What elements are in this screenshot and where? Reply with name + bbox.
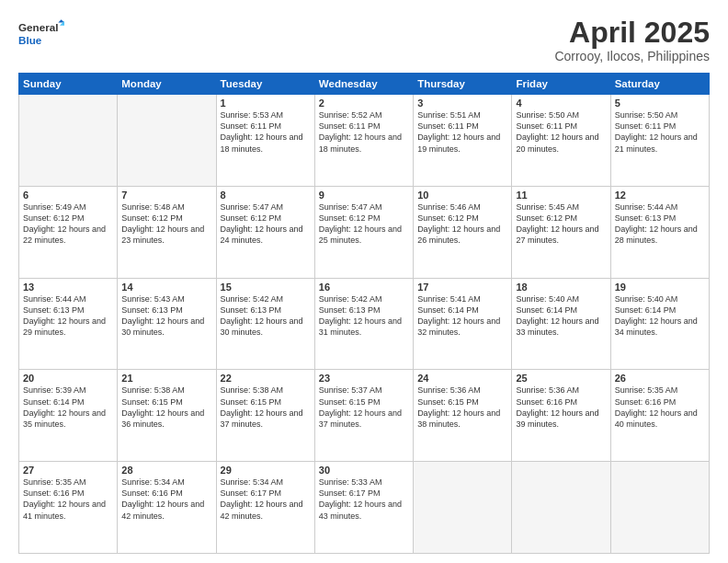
day-number: 14 — [121, 282, 211, 293]
svg-text:General: General — [18, 22, 58, 34]
day-number: 30 — [319, 465, 409, 476]
day-info: Sunrise: 5:47 AM Sunset: 6:12 PM Dayligh… — [221, 201, 311, 247]
table-row: 27Sunrise: 5:35 AM Sunset: 6:16 PM Dayli… — [19, 462, 118, 554]
day-info: Sunrise: 5:35 AM Sunset: 6:16 PM Dayligh… — [615, 385, 705, 430]
table-row: 9Sunrise: 5:47 AM Sunset: 6:12 PM Daylig… — [314, 186, 413, 278]
day-info: Sunrise: 5:46 AM Sunset: 6:12 PM Dayligh… — [417, 201, 507, 247]
calendar-week-row: 6Sunrise: 5:49 AM Sunset: 6:12 PM Daylig… — [19, 186, 710, 278]
calendar-week-row: 20Sunrise: 5:39 AM Sunset: 6:14 PM Dayli… — [19, 370, 710, 462]
day-number: 10 — [417, 190, 507, 201]
col-friday: Friday — [512, 74, 610, 95]
logo: General Blue — [18, 17, 64, 52]
logo-svg: General Blue — [18, 17, 64, 52]
table-row: 18Sunrise: 5:40 AM Sunset: 6:14 PM Dayli… — [512, 278, 610, 370]
day-number: 22 — [221, 373, 311, 384]
day-info: Sunrise: 5:48 AM Sunset: 6:12 PM Dayligh… — [121, 201, 211, 247]
calendar-week-row: 27Sunrise: 5:35 AM Sunset: 6:16 PM Dayli… — [19, 462, 710, 554]
day-number: 28 — [121, 465, 211, 476]
col-sunday: Sunday — [19, 74, 118, 95]
day-info: Sunrise: 5:40 AM Sunset: 6:14 PM Dayligh… — [615, 293, 705, 339]
day-info: Sunrise: 5:36 AM Sunset: 6:15 PM Dayligh… — [417, 385, 507, 430]
page: General Blue April 2025 Corrooy, Ilocos,… — [0, 0, 728, 563]
title-block: April 2025 Corrooy, Ilocos, Philippines — [554, 17, 710, 63]
month-title: April 2025 — [554, 17, 710, 49]
day-info: Sunrise: 5:51 AM Sunset: 6:11 PM Dayligh… — [417, 109, 507, 155]
day-number: 9 — [319, 190, 409, 201]
table-row: 26Sunrise: 5:35 AM Sunset: 6:16 PM Dayli… — [610, 370, 709, 462]
table-row: 25Sunrise: 5:36 AM Sunset: 6:16 PM Dayli… — [512, 370, 610, 462]
calendar-table: Sunday Monday Tuesday Wednesday Thursday… — [18, 73, 710, 554]
day-number: 21 — [121, 373, 211, 384]
table-row — [118, 95, 216, 187]
day-number: 11 — [516, 190, 606, 201]
day-number: 6 — [23, 190, 113, 201]
calendar-week-row: 1Sunrise: 5:53 AM Sunset: 6:11 PM Daylig… — [19, 95, 710, 187]
day-info: Sunrise: 5:38 AM Sunset: 6:15 PM Dayligh… — [121, 385, 211, 430]
table-row: 24Sunrise: 5:36 AM Sunset: 6:15 PM Dayli… — [414, 370, 512, 462]
day-info: Sunrise: 5:37 AM Sunset: 6:15 PM Dayligh… — [319, 385, 409, 430]
table-row: 4Sunrise: 5:50 AM Sunset: 6:11 PM Daylig… — [512, 95, 610, 187]
day-number: 13 — [23, 282, 113, 293]
day-info: Sunrise: 5:53 AM Sunset: 6:11 PM Dayligh… — [221, 109, 311, 155]
day-info: Sunrise: 5:52 AM Sunset: 6:11 PM Dayligh… — [319, 109, 409, 155]
table-row: 21Sunrise: 5:38 AM Sunset: 6:15 PM Dayli… — [118, 370, 216, 462]
table-row: 20Sunrise: 5:39 AM Sunset: 6:14 PM Dayli… — [19, 370, 118, 462]
col-monday: Monday — [118, 74, 216, 95]
day-info: Sunrise: 5:39 AM Sunset: 6:14 PM Dayligh… — [23, 385, 113, 430]
day-number: 4 — [516, 98, 606, 109]
col-saturday: Saturday — [610, 74, 709, 95]
table-row — [610, 462, 709, 554]
day-number: 19 — [615, 282, 705, 293]
col-thursday: Thursday — [414, 74, 512, 95]
col-wednesday: Wednesday — [314, 74, 413, 95]
day-info: Sunrise: 5:42 AM Sunset: 6:13 PM Dayligh… — [319, 293, 409, 339]
col-tuesday: Tuesday — [216, 74, 314, 95]
day-info: Sunrise: 5:41 AM Sunset: 6:14 PM Dayligh… — [417, 293, 507, 339]
day-number: 25 — [516, 373, 606, 384]
day-info: Sunrise: 5:44 AM Sunset: 6:13 PM Dayligh… — [23, 293, 113, 339]
day-number: 23 — [319, 373, 409, 384]
day-number: 2 — [319, 98, 409, 109]
day-number: 1 — [221, 98, 311, 109]
table-row: 19Sunrise: 5:40 AM Sunset: 6:14 PM Dayli… — [610, 278, 709, 370]
day-number: 18 — [516, 282, 606, 293]
day-info: Sunrise: 5:40 AM Sunset: 6:14 PM Dayligh… — [516, 293, 606, 339]
day-number: 5 — [615, 98, 705, 109]
table-row: 11Sunrise: 5:45 AM Sunset: 6:12 PM Dayli… — [512, 186, 610, 278]
day-info: Sunrise: 5:45 AM Sunset: 6:12 PM Dayligh… — [516, 201, 606, 247]
table-row: 8Sunrise: 5:47 AM Sunset: 6:12 PM Daylig… — [216, 186, 314, 278]
table-row: 1Sunrise: 5:53 AM Sunset: 6:11 PM Daylig… — [216, 95, 314, 187]
table-row: 15Sunrise: 5:42 AM Sunset: 6:13 PM Dayli… — [216, 278, 314, 370]
day-number: 7 — [121, 190, 211, 201]
table-row: 7Sunrise: 5:48 AM Sunset: 6:12 PM Daylig… — [118, 186, 216, 278]
calendar-header-row: Sunday Monday Tuesday Wednesday Thursday… — [19, 74, 710, 95]
day-info: Sunrise: 5:42 AM Sunset: 6:13 PM Dayligh… — [221, 293, 311, 339]
day-number: 20 — [23, 373, 113, 384]
day-info: Sunrise: 5:35 AM Sunset: 6:16 PM Dayligh… — [23, 477, 113, 522]
day-info: Sunrise: 5:50 AM Sunset: 6:11 PM Dayligh… — [516, 109, 606, 155]
day-number: 15 — [221, 282, 311, 293]
table-row: 17Sunrise: 5:41 AM Sunset: 6:14 PM Dayli… — [414, 278, 512, 370]
day-number: 26 — [615, 373, 705, 384]
day-number: 17 — [417, 282, 507, 293]
day-info: Sunrise: 5:49 AM Sunset: 6:12 PM Dayligh… — [23, 201, 113, 247]
day-info: Sunrise: 5:44 AM Sunset: 6:13 PM Dayligh… — [615, 201, 705, 247]
day-number: 12 — [615, 190, 705, 201]
day-info: Sunrise: 5:38 AM Sunset: 6:15 PM Dayligh… — [221, 385, 311, 430]
table-row: 5Sunrise: 5:50 AM Sunset: 6:11 PM Daylig… — [610, 95, 709, 187]
table-row: 2Sunrise: 5:52 AM Sunset: 6:11 PM Daylig… — [314, 95, 413, 187]
table-row — [414, 462, 512, 554]
day-info: Sunrise: 5:43 AM Sunset: 6:13 PM Dayligh… — [121, 293, 211, 339]
table-row — [19, 95, 118, 187]
day-number: 27 — [23, 465, 113, 476]
day-info: Sunrise: 5:34 AM Sunset: 6:17 PM Dayligh… — [221, 477, 311, 522]
day-number: 24 — [417, 373, 507, 384]
table-row — [512, 462, 610, 554]
table-row: 22Sunrise: 5:38 AM Sunset: 6:15 PM Dayli… — [216, 370, 314, 462]
day-info: Sunrise: 5:47 AM Sunset: 6:12 PM Dayligh… — [319, 201, 409, 247]
table-row: 29Sunrise: 5:34 AM Sunset: 6:17 PM Dayli… — [216, 462, 314, 554]
day-info: Sunrise: 5:36 AM Sunset: 6:16 PM Dayligh… — [516, 385, 606, 430]
table-row: 14Sunrise: 5:43 AM Sunset: 6:13 PM Dayli… — [118, 278, 216, 370]
table-row: 23Sunrise: 5:37 AM Sunset: 6:15 PM Dayli… — [314, 370, 413, 462]
table-row: 3Sunrise: 5:51 AM Sunset: 6:11 PM Daylig… — [414, 95, 512, 187]
